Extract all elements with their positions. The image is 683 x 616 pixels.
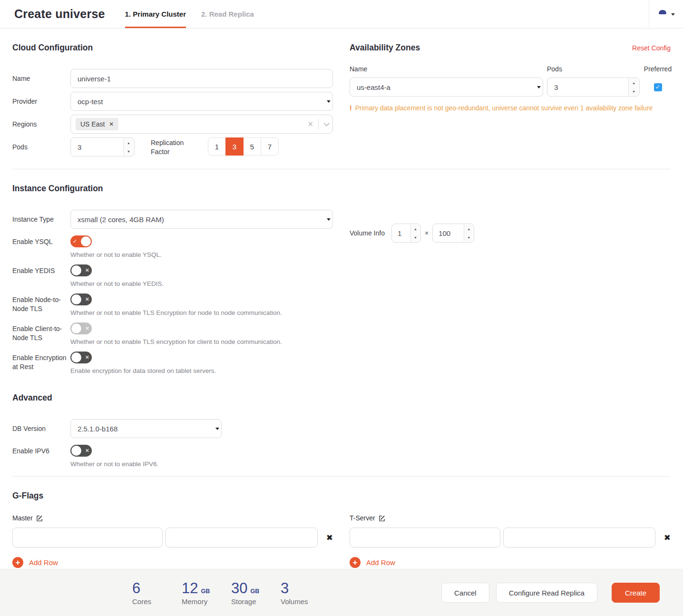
regions-chevron-down-icon[interactable] xyxy=(323,120,330,127)
checkmark-icon: ✓ xyxy=(655,84,660,90)
enable-client-to-node-tls-label: Enable Client-to-Node TLS xyxy=(12,323,70,342)
db-version-value: 2.5.1.0-b168 xyxy=(78,425,117,433)
page-title: Create universe xyxy=(14,7,105,21)
enable-ysql-toggle[interactable]: ✓ xyxy=(70,235,92,247)
volume-count-spin-up-icon[interactable]: ▲ xyxy=(411,225,420,233)
rf-option-1[interactable]: 1 xyxy=(208,137,226,156)
rf-option-7[interactable]: 7 xyxy=(261,137,279,156)
enable-client-to-node-tls-toggle[interactable]: ✕ xyxy=(70,323,92,334)
az-name-select[interactable]: us-east4-a xyxy=(350,78,543,97)
az-preferred-checkbox[interactable]: ✓ xyxy=(654,83,662,91)
az-warning: ! Primary data placement is not geo-redu… xyxy=(350,104,671,112)
check-icon: ✓ xyxy=(73,239,77,244)
enable-encryption-at-rest-helper: Enable encryption for data stored on tab… xyxy=(70,367,216,374)
enable-ipv6-helper: Whether or not to enable IPV6. xyxy=(70,460,158,468)
instance-type-label: Instance Type xyxy=(12,215,70,224)
tserver-flag-value-input[interactable] xyxy=(503,528,655,548)
provider-select[interactable]: ocp-test xyxy=(70,92,333,111)
volume-count-spinner[interactable]: ▲ ▼ xyxy=(391,224,421,243)
master-row-remove-icon[interactable]: ✖ xyxy=(326,533,333,543)
user-menu[interactable] xyxy=(649,0,683,29)
master-flag-name-input[interactable] xyxy=(12,528,163,548)
az-pods-spin-up-icon[interactable]: ▲ xyxy=(629,78,639,87)
volume-size-spin-up-icon[interactable]: ▲ xyxy=(464,225,473,233)
region-chip-remove-icon[interactable]: ✕ xyxy=(109,121,114,127)
plus-icon: + xyxy=(350,557,361,568)
user-avatar-icon xyxy=(658,10,667,19)
volume-info-label: Volume Info xyxy=(350,229,385,237)
create-button[interactable]: Create xyxy=(612,583,660,603)
x-icon: ✕ xyxy=(85,355,89,360)
enable-yedis-label: Enable YEDIS xyxy=(12,264,70,275)
memory-unit: GB xyxy=(201,588,210,595)
volume-size-spin-down-icon[interactable]: ▼ xyxy=(464,233,473,242)
reset-config-link[interactable]: Reset Config xyxy=(632,44,671,52)
tserver-flag-name-input[interactable] xyxy=(350,528,500,548)
availability-zones-section: Availability Zones Reset Config Name Pod… xyxy=(350,43,671,160)
regions-multiselect[interactable]: US East ✕ ✕ xyxy=(70,115,333,134)
storage-label: Storage xyxy=(231,597,261,606)
provider-label: Provider xyxy=(12,97,70,106)
az-pods-spinner[interactable]: ▲ ▼ xyxy=(547,78,640,97)
volumes-label: Volumes xyxy=(281,597,310,606)
az-warning-text: Primary data placement is not geo-redund… xyxy=(355,104,653,112)
tserver-row-remove-icon[interactable]: ✖ xyxy=(664,533,671,543)
x-icon: ✕ xyxy=(85,448,89,453)
enable-node-to-node-tls-toggle[interactable]: ✕ xyxy=(70,293,92,305)
enable-encryption-at-rest-label: Enable Encryption at Rest xyxy=(12,352,70,372)
enable-node-to-node-tls-label: Enable Node-to-Node TLS xyxy=(12,293,70,313)
rf-option-5[interactable]: 5 xyxy=(243,137,261,156)
master-add-row-label: Add Row xyxy=(29,558,58,567)
volume-size-spinner[interactable]: ▲ ▼ xyxy=(432,224,474,243)
universe-name-input[interactable] xyxy=(70,69,333,88)
cancel-button[interactable]: Cancel xyxy=(441,583,489,603)
tab-read-replica[interactable]: 2. Read Replica xyxy=(201,0,254,28)
memory-label: Memory xyxy=(182,597,211,606)
cores-label: Cores xyxy=(132,597,162,606)
advanced-heading: Advanced xyxy=(12,393,671,403)
resource-stats: 6 Cores 12 GB Memory 30 GB Storage 3 Vo xyxy=(132,580,310,606)
regions-label: Regions xyxy=(12,120,70,129)
cloud-configuration-section: Cloud Configuration Name Provider ocp-te… xyxy=(12,43,333,160)
master-flag-value-input[interactable] xyxy=(166,528,317,548)
pods-spinner[interactable]: ▲ ▼ xyxy=(70,137,135,156)
tab-primary-cluster[interactable]: 1. Primary Cluster xyxy=(125,0,186,28)
instance-type-select[interactable]: xsmall (2 cores, 4GB RAM) xyxy=(70,210,333,229)
az-pods-spin-down-icon[interactable]: ▼ xyxy=(629,87,639,96)
availability-zones-heading: Availability Zones xyxy=(350,43,420,53)
toggle-knob xyxy=(71,294,81,304)
pods-spin-up-icon[interactable]: ▲ xyxy=(124,138,134,147)
rf-option-3[interactable]: 3 xyxy=(225,137,244,156)
gflags-tserver-group: T-Server ✖ + Add Row xyxy=(350,514,671,568)
stat-volumes: 3 Volumes xyxy=(281,580,310,606)
warning-exclamation-icon: ! xyxy=(350,104,352,112)
enable-encryption-at-rest-toggle[interactable]: ✕ xyxy=(70,352,92,363)
edit-icon xyxy=(379,515,386,522)
wizard-tabs: 1. Primary Cluster 2. Read Replica xyxy=(117,0,262,28)
volume-info-row: Volume Info ▲ ▼ × ▲ ▼ xyxy=(350,184,671,243)
stat-memory: 12 GB Memory xyxy=(182,580,211,606)
az-name-value: us-east4-a xyxy=(357,83,390,91)
enable-client-to-node-tls-helper: Whether or not to enable TLS encryption … xyxy=(70,338,282,345)
volumes-value: 3 xyxy=(281,580,289,597)
tserver-add-row-button[interactable]: + Add Row xyxy=(350,557,671,568)
toggle-knob xyxy=(81,236,91,246)
provider-value: ocp-test xyxy=(78,98,103,106)
cloud-config-heading: Cloud Configuration xyxy=(12,43,333,53)
advanced-section: Advanced DB Version 2.5.1.0-b168 Enable … xyxy=(12,381,671,468)
instance-configuration-section: Instance Configuration Instance Type xsm… xyxy=(12,184,333,381)
volume-count-spin-down-icon[interactable]: ▼ xyxy=(411,233,420,242)
toggle-knob xyxy=(71,323,81,333)
enable-ipv6-toggle[interactable]: ✕ xyxy=(70,445,92,457)
volume-times-symbol: × xyxy=(425,229,429,237)
pods-label: Pods xyxy=(12,137,70,152)
pods-spin-down-icon[interactable]: ▼ xyxy=(124,147,134,156)
configure-read-replica-button[interactable]: Configure Read Replica xyxy=(496,583,597,603)
enable-yedis-toggle[interactable]: ✕ xyxy=(70,264,92,276)
regions-clear-icon[interactable]: ✕ xyxy=(307,120,313,128)
instance-config-heading: Instance Configuration xyxy=(12,184,333,194)
enable-ysql-label: Enable YSQL xyxy=(12,235,70,246)
az-pods-input[interactable] xyxy=(547,78,639,96)
master-add-row-button[interactable]: + Add Row xyxy=(12,557,333,568)
db-version-select[interactable]: 2.5.1.0-b168 xyxy=(70,419,222,438)
